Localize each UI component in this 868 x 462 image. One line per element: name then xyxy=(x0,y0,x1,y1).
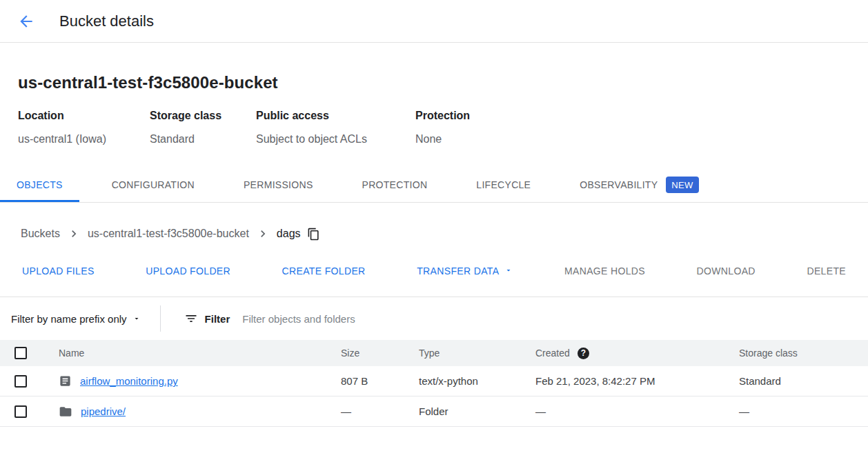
filter-scope-dropdown[interactable]: Filter by name prefix only xyxy=(0,313,150,325)
copy-icon xyxy=(307,228,320,241)
size-cell: — xyxy=(341,405,419,417)
arrow-drop-down-icon xyxy=(132,313,141,325)
object-action-bar: UPLOAD FILES UPLOAD FOLDER CREATE FOLDER… xyxy=(0,255,868,287)
bucket-summary: us-central1-test-f3c5800e-bucket Locatio… xyxy=(0,73,868,145)
column-header-storage-class: Storage class xyxy=(739,348,868,359)
button-label: DOWNLOAD xyxy=(697,265,756,277)
meta-value: Subject to object ACLs xyxy=(256,133,408,145)
table-header-row: Name Size Type Created ? Storage class xyxy=(0,340,868,366)
folder-icon xyxy=(59,405,72,419)
column-header-created: Created ? xyxy=(535,348,739,359)
chevron-right-icon xyxy=(256,227,270,241)
size-cell: 807 B xyxy=(341,375,419,387)
objects-table: Name Size Type Created ? Storage class a… xyxy=(0,340,868,427)
meta-label: Protection xyxy=(415,110,470,122)
button-label: MANAGE HOLDS xyxy=(564,265,645,277)
type-cell: Folder xyxy=(419,405,535,417)
table-row: pipedrive/ — Folder — — xyxy=(0,396,868,427)
meta-value: us-central1 (Iowa) xyxy=(18,133,143,145)
new-badge: NEW xyxy=(666,177,698,193)
meta-label: Location xyxy=(18,110,143,122)
tab-bar: OBJECTS CONFIGURATION PERMISSIONS PROTEC… xyxy=(0,169,868,203)
tab-label: CONFIGURATION xyxy=(112,179,195,190)
select-all-checkbox[interactable] xyxy=(14,347,27,359)
object-link[interactable]: airflow_monitoring.py xyxy=(80,375,178,387)
storage-class-cell: — xyxy=(739,405,868,417)
row-checkbox-cell xyxy=(0,375,44,388)
tab-label: PROTECTION xyxy=(362,179,428,190)
arrow-drop-down-icon xyxy=(504,265,513,277)
meta-label: Public access xyxy=(256,110,408,122)
download-button[interactable]: DOWNLOAD xyxy=(686,259,767,283)
tab-label: PERMISSIONS xyxy=(244,179,313,190)
tab-label: OBJECTS xyxy=(17,179,63,190)
column-header-label: Created xyxy=(535,348,570,359)
chevron-right-icon xyxy=(67,227,81,241)
column-header-size: Size xyxy=(341,348,419,359)
type-cell: text/x-python xyxy=(419,375,535,387)
manage-holds-button[interactable]: MANAGE HOLDS xyxy=(553,259,656,283)
meta-value: None xyxy=(415,133,470,145)
filter-input[interactable] xyxy=(242,313,868,325)
button-label: UPLOAD FILES xyxy=(22,265,95,277)
meta-value: Standard xyxy=(150,133,249,145)
tab-protection[interactable]: PROTECTION xyxy=(346,169,444,202)
row-checkbox[interactable] xyxy=(14,405,27,418)
tab-configuration[interactable]: CONFIGURATION xyxy=(95,169,211,202)
breadcrumb-buckets[interactable]: Buckets xyxy=(21,228,60,240)
filter-bar: Filter by name prefix only Filter xyxy=(0,297,868,340)
filter-label: Filter xyxy=(205,313,230,325)
row-checkbox[interactable] xyxy=(14,375,27,388)
help-icon[interactable]: ? xyxy=(578,348,589,359)
vertical-divider xyxy=(160,305,161,332)
filter-list-icon xyxy=(184,312,198,325)
column-header-type: Type xyxy=(419,348,535,359)
tab-permissions[interactable]: PERMISSIONS xyxy=(227,169,330,202)
meta-protection: Protection None xyxy=(415,110,477,145)
tab-observability[interactable]: OBSERVABILITY NEW xyxy=(563,169,715,202)
create-folder-button[interactable]: CREATE FOLDER xyxy=(271,259,377,283)
breadcrumb-bucket-name[interactable]: us-central1-test-f3c5800e-bucket xyxy=(88,228,249,240)
transfer-data-button[interactable]: TRANSFER DATA xyxy=(406,259,524,283)
tab-label: OBSERVABILITY xyxy=(580,179,658,190)
tab-lifecycle[interactable]: LIFECYCLE xyxy=(460,169,547,202)
arrow-back-icon xyxy=(17,12,35,30)
filter-scope-label: Filter by name prefix only xyxy=(11,313,127,325)
header-checkbox-cell xyxy=(0,347,44,359)
column-header-name: Name xyxy=(44,348,341,359)
app-bar: Bucket details xyxy=(0,0,868,43)
button-label: CREATE FOLDER xyxy=(282,265,366,277)
breadcrumb-current-folder: dags xyxy=(277,228,301,240)
button-label: UPLOAD FOLDER xyxy=(146,265,230,277)
breadcrumb: Buckets us-central1-test-f3c5800e-bucket… xyxy=(0,223,868,244)
tab-objects[interactable]: OBJECTS xyxy=(0,169,79,202)
object-name-cell: airflow_monitoring.py xyxy=(44,374,341,388)
file-icon xyxy=(59,374,72,388)
upload-files-button[interactable]: UPLOAD FILES xyxy=(11,259,106,283)
folder-link[interactable]: pipedrive/ xyxy=(81,405,126,417)
table-row: airflow_monitoring.py 807 B text/x-pytho… xyxy=(0,366,868,396)
meta-storage-class: Storage class Standard xyxy=(150,110,256,145)
bucket-meta-row: Location us-central1 (Iowa) Storage clas… xyxy=(18,110,850,145)
back-button[interactable] xyxy=(12,8,40,35)
button-label: DELETE xyxy=(807,265,846,277)
copy-button[interactable] xyxy=(307,228,320,241)
bucket-name: us-central1-test-f3c5800e-bucket xyxy=(18,73,850,92)
tab-label: LIFECYCLE xyxy=(476,179,531,190)
meta-label: Storage class xyxy=(150,110,249,122)
button-label: TRANSFER DATA xyxy=(417,265,499,277)
upload-folder-button[interactable]: UPLOAD FOLDER xyxy=(135,259,241,283)
storage-class-cell: Standard xyxy=(739,375,868,387)
object-name-cell: pipedrive/ xyxy=(44,405,341,419)
created-cell: Feb 21, 2023, 8:42:27 PM xyxy=(535,375,739,387)
created-cell: — xyxy=(535,405,739,417)
delete-button[interactable]: DELETE xyxy=(796,259,857,283)
row-checkbox-cell xyxy=(0,405,44,418)
page-title: Bucket details xyxy=(59,12,154,30)
meta-public-access: Public access Subject to object ACLs xyxy=(256,110,415,145)
meta-location: Location us-central1 (Iowa) xyxy=(18,110,150,145)
